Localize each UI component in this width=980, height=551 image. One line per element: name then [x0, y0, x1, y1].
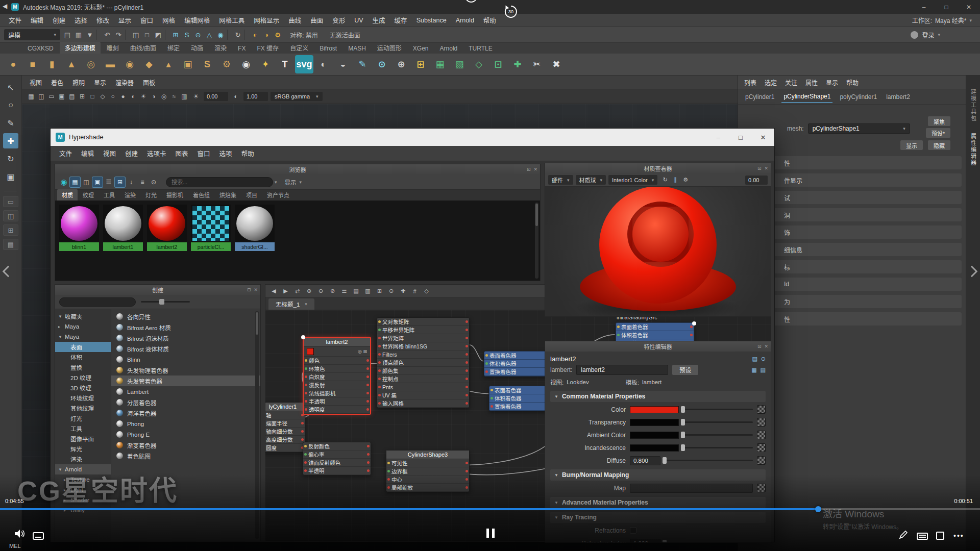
section-common-material[interactable]: Common Material Properties [550, 391, 766, 402]
node-port-row[interactable]: 控制点 [377, 375, 469, 383]
mesh-name-field[interactable]: pCylinderShape1▾ [808, 123, 910, 134]
shelf-tab[interactable]: MASH [343, 43, 371, 54]
material-swatch-card[interactable]: particleCl... [191, 205, 231, 251]
node-polycylinder1[interactable]: lyCylinder1 轴端面半径轴向细分数高度细分数圆度 [265, 402, 305, 453]
shelf-tab[interactable]: Bifrost [314, 43, 342, 54]
material-swatch-card[interactable]: blinn1 [59, 205, 99, 251]
section-advanced-material[interactable]: Advanced Material Properties [550, 497, 766, 508]
shaded-icon[interactable]: ● [118, 91, 128, 102]
color-swatch[interactable] [630, 444, 679, 452]
node-blinn-attributes[interactable]: 反射颜色偏心率镜面反射颜色半透明 [303, 442, 371, 475]
create-new-material-icon[interactable]: ◉ [58, 177, 69, 188]
create-category-row[interactable]: 工具 [55, 423, 111, 434]
menu-item[interactable]: 窗口 [136, 15, 158, 25]
scale-tool-icon[interactable]: ▣ [3, 169, 18, 184]
sign-in-button[interactable]: 登录 ▾ [911, 31, 940, 39]
node-pcylindershape[interactable]: 父对象矩阵平移世界矩阵世界矩阵世界网格 blinn1SGFilters顶点颜色颜… [377, 317, 470, 408]
notes-icon[interactable]: ▤ [761, 367, 766, 373]
smooth-brush-icon[interactable]: ◒ [334, 55, 352, 73]
hypershade-menu-item[interactable]: 编辑 [77, 148, 99, 158]
map-field[interactable] [630, 484, 753, 493]
graph-output-icon[interactable]: ▶ [280, 286, 291, 296]
poly-pyramid-icon[interactable]: ▴ [159, 55, 178, 73]
pe-show-list-icon[interactable]: ▤ [752, 356, 757, 362]
map-texture-icon[interactable] [757, 418, 766, 427]
viewer-settings-icon[interactable]: ⚙ [680, 175, 691, 185]
material-thumbnail[interactable] [235, 205, 275, 242]
separator[interactable] [96, 30, 101, 40]
diffuse-value-field[interactable]: 0.800 [630, 456, 660, 465]
browser-tab[interactable]: 工具 [99, 189, 119, 201]
snap-curve-icon[interactable]: S [181, 29, 192, 40]
create-category-row[interactable]: ▼ Maya [55, 332, 111, 342]
colorspace-dropdown[interactable]: sRGB gamma▾ [271, 92, 323, 101]
create-category-row[interactable]: 环境纹理 [55, 393, 111, 403]
poly-superellipse-icon[interactable]: ✦ [256, 55, 275, 73]
node-port-row[interactable]: 世界矩阵 [377, 334, 469, 342]
swatch-medium-icon[interactable]: ◫ [81, 177, 92, 188]
icon-view-icon[interactable]: ⊞ [114, 177, 126, 188]
gate-mask-icon[interactable]: ▤ [67, 91, 77, 102]
create-category-row[interactable]: 灯光 [55, 413, 111, 423]
mt-vertex-icon[interactable]: ⊡ [489, 55, 507, 73]
construction-history-icon[interactable]: ↻ [232, 29, 243, 40]
section-bump-mapping[interactable]: Bump/Normal Mapping [550, 469, 766, 481]
node-port-row[interactable]: 偏心率 [303, 450, 371, 459]
node-port-row[interactable]: 表面着色器 [484, 352, 550, 360]
template-value[interactable]: lambert [642, 379, 662, 385]
attribute-editor-menu-item[interactable]: 帮助 [842, 78, 863, 87]
map-texture-icon[interactable] [757, 456, 766, 465]
create-node-row[interactable]: Bifrost Aero 材质 [111, 322, 260, 333]
remove-from-graph-icon[interactable]: ⊖ [315, 286, 326, 296]
node-port-row[interactable]: 白炽度 [304, 373, 370, 381]
sort-icon[interactable]: ↓ [126, 177, 137, 188]
undo-icon[interactable]: ↶ [102, 29, 113, 40]
separator[interactable] [125, 30, 129, 40]
redo-icon[interactable]: ↷ [113, 29, 124, 40]
create-node-row[interactable]: 渐变着色器 [111, 440, 260, 450]
node-tab[interactable]: lambert2 [884, 91, 912, 103]
node-port-row[interactable]: 轴向细分数 [265, 428, 305, 436]
menu-item[interactable]: Substance [412, 17, 451, 24]
map-texture-icon[interactable] [757, 431, 766, 439]
scrollbar[interactable] [255, 311, 259, 539]
color-swatch[interactable] [630, 406, 679, 413]
swatch-small-icon[interactable]: ▦ [69, 177, 81, 188]
shelf-tab[interactable]: FX [233, 43, 251, 54]
shelf-tab[interactable]: XGen [408, 43, 434, 54]
mel-command-line-label[interactable]: MEL [9, 543, 21, 549]
float-panel-icon[interactable]: ⊡ [247, 287, 251, 292]
menu-item[interactable]: 曲面 [306, 15, 328, 25]
create-node-row[interactable]: Bifrost 液体材质 [111, 343, 260, 354]
browser-tab[interactable]: 烘焙集 [215, 189, 241, 201]
menu-item[interactable]: 帮助 [479, 15, 501, 25]
shelf-tab[interactable]: FX 缓存 [252, 42, 284, 54]
chevron-down-icon[interactable]: ▾ [969, 18, 972, 23]
node-port-row[interactable]: 局部缩放 [386, 484, 469, 492]
layout-single-pane-icon[interactable]: ▭ [3, 196, 18, 207]
wireframe-icon[interactable]: ○ [108, 91, 118, 102]
viewport-menu-item[interactable]: 照明 [68, 78, 89, 87]
shelf-tab[interactable]: 运动图形 [372, 42, 407, 54]
poly-plane-icon[interactable]: ▬ [101, 55, 119, 73]
chevron-down-icon[interactable]: ▾ [275, 180, 277, 185]
create-category-row[interactable]: 3D 纹理 [55, 383, 111, 393]
node-name-field[interactable]: lambert2 [576, 365, 668, 375]
poly-pipe-icon[interactable]: ▣ [179, 55, 197, 73]
presets-button[interactable]: 预设 [672, 365, 698, 375]
poly-cone-icon[interactable]: ▲ [62, 55, 81, 73]
menu-item[interactable]: 显示 [114, 15, 136, 25]
create-filter-input[interactable] [59, 297, 136, 307]
shelf-tab[interactable]: 渲染 [209, 42, 232, 54]
node-port-row[interactable]: 父对象矩阵 [377, 318, 469, 326]
maximize-button[interactable]: □ [729, 129, 752, 146]
sidebar-vertical-tab[interactable]: 属性编辑器 [969, 133, 977, 166]
viewer-exposure-field[interactable]: 0.00 [745, 176, 768, 185]
graph-both-icon[interactable]: ⇄ [292, 286, 303, 296]
menu-item[interactable]: 文件 [4, 15, 26, 25]
node-port-row[interactable]: 边界框 [386, 467, 469, 475]
create-node-row[interactable]: Blinn [111, 354, 260, 365]
layout-vertical-icon[interactable]: ▥ [362, 286, 373, 296]
panel-header[interactable]: 特性编辑器 ⊡✕ [545, 341, 771, 352]
create-node-row[interactable]: 分层着色器 [111, 397, 260, 408]
